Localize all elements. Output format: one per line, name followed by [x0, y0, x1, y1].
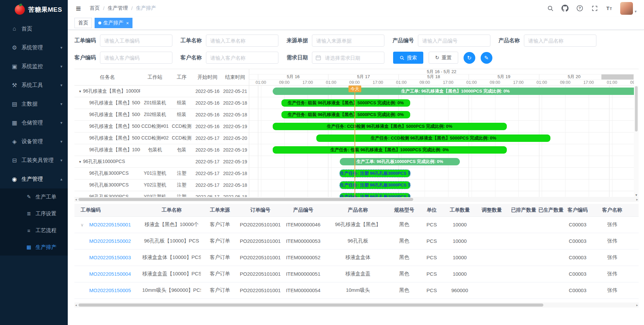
task-bar[interactable]: 生产任务: 包装 96孔移液盒【黑色】10000PCS 完成比例: 0% [273, 146, 507, 154]
hamburger-icon[interactable]: ≡ [76, 4, 81, 13]
user-menu[interactable]: ▾ [620, 2, 637, 15]
order-code-link[interactable]: MO202205150002 [89, 238, 131, 244]
row-expand-icon[interactable]: ∨ [80, 222, 89, 227]
gantt-days-row: 5月 165月 175月 185月 195月 20 [249, 74, 634, 80]
order-cell: 张伟 [590, 266, 634, 282]
sidebar-item-fixture[interactable]: ⊟工装夹具管理▾ [0, 151, 68, 170]
gantt-task-row[interactable]: ▾96孔移液盒【黑色】10000PCS2022-05-162022-05-21 [74, 86, 249, 97]
task-bar[interactable]: 生产任务: 组装 96孔移液盒【黑色】5000PCS 完成比例: 0% [281, 111, 410, 118]
order-cell: 202 [634, 249, 639, 266]
reset-button-label: 重置 [442, 55, 452, 61]
demand-date-input[interactable] [312, 52, 384, 64]
task-name-cell: 96孔移液盒【黑色】5000PCS [74, 135, 140, 141]
task-cell: 2022-05-16 [194, 124, 221, 129]
order-code-link[interactable]: MO202205150005 [89, 287, 131, 293]
gantt-task-row[interactable]: 96孔孔板3000PCSY03注塑机注塑2022-05-172022-05-18 [74, 191, 249, 197]
gantt-task-row[interactable]: 96孔移液盒【黑色】10000PCS包装机包装2022-05-162022-05… [74, 144, 249, 156]
orders-table-row: MO20220515000510mm吸头【960000】PCS客户订单PO202… [74, 282, 639, 299]
breadcrumb-item[interactable]: 生产管理 [108, 5, 128, 11]
sidebar-item-warehouse[interactable]: ▦仓储管理▾ [0, 113, 68, 132]
gantt-task-row[interactable]: 96孔孔板3000PCSY02注塑机注塑2022-05-172022-05-18 [74, 179, 249, 191]
workorder-bar[interactable]: 生产工单: 96孔移液盒【黑色】10000PCS 完成比例: 0% [273, 88, 634, 95]
task-bar[interactable]: 生产任务: 注塑 96孔孔板3000PCS 完成比例: 0% [340, 181, 410, 189]
gantt-task-row[interactable]: 96孔移液盒【黑色】5000PCSZ02组装机组装2022-05-162022-… [74, 109, 249, 121]
customer-name-input[interactable] [206, 52, 278, 64]
refresh-circle-button[interactable]: ↻ [464, 52, 475, 64]
expand-triangle-icon[interactable]: ▾ [79, 160, 81, 164]
question-icon[interactable]: ? [576, 4, 584, 12]
table-horizontal-scrollbar[interactable]: ◂ ▸ [74, 303, 639, 308]
font-size-icon[interactable]: TT [605, 4, 613, 12]
submenu-item-label: 工艺流程 [36, 227, 62, 234]
order-code-link[interactable]: MO202205150004 [89, 271, 131, 277]
sidebar-item-production[interactable]: ◉生产管理▴ [0, 170, 68, 188]
sidebar-item-home[interactable]: ⌂首页 [0, 19, 68, 38]
customer-code-input[interactable] [100, 52, 172, 64]
app-logo[interactable]: 苦糖果MES [0, 0, 68, 19]
sidebar-subitem-scheduling[interactable]: ▦生产排产 [0, 239, 68, 256]
filter-label: 工单名称 [180, 37, 202, 44]
gantt-hour-label: 17:00 [511, 80, 526, 85]
sidebar-item-system-monitor[interactable]: ▣系统监控▾ [0, 57, 68, 76]
order-code-link[interactable]: MO202205150003 [89, 255, 131, 260]
table-scroll-thumb[interactable] [78, 304, 543, 307]
source-doc-input[interactable] [312, 35, 384, 47]
date-picker [312, 52, 384, 64]
gantt-task-row[interactable]: 96孔移液盒【黑色】5000PCSCCD检测#02CCD检测2022-05-17… [74, 132, 249, 144]
sidebar-item-system-admin[interactable]: ⚙系统管理▾ [0, 38, 68, 57]
scroll-left-arrow-icon[interactable]: ◂ [75, 198, 77, 201]
order-code-cell: MO202205150004 [74, 266, 142, 282]
task-bar[interactable]: 生产任务: CCD检测 96孔移液盒【黑色】5000PCS 完成比例: 0% [316, 134, 550, 142]
sidebar-subitem-workorder[interactable]: ✎生产工单 [0, 188, 68, 205]
scroll-right-arrow-icon[interactable]: ▸ [636, 303, 638, 307]
task-name-text: 96孔移液盒【黑色】5000PCS [89, 135, 140, 141]
gantt-timeline-pane: 5月 16 - 5月 22 5月 165月 175月 185月 195月 20 … [249, 69, 634, 197]
scroll-left-arrow-icon[interactable]: ◂ [75, 303, 77, 307]
gantt-vertical-scrollbar[interactable]: ▾ [634, 86, 639, 197]
svg-text:T: T [606, 5, 609, 11]
task-cell: 2022-05-20 [221, 136, 249, 141]
sidebar-subitem-process-setting[interactable]: ≣工序设置 [0, 205, 68, 222]
breadcrumb-item[interactable]: 首页 [90, 5, 100, 11]
task-bar[interactable]: 生产任务: CCD检测 96孔移液盒【黑色】5000PCS 完成比例: 0% [273, 123, 507, 130]
github-icon[interactable] [561, 4, 569, 12]
product-code-input[interactable] [418, 35, 490, 47]
search-icon[interactable] [546, 4, 554, 12]
workorder-name-input[interactable] [206, 35, 278, 47]
gantt-task-row[interactable]: 96孔移液盒【黑色】5000PCSCCD检测#01CCD检测2022-05-16… [74, 121, 249, 132]
sidebar-subitem-process-flow[interactable]: ≡工艺流程 [0, 222, 68, 239]
task-cell: Y02注塑机 [140, 182, 170, 188]
filter-row-1: 工单编码工单名称来源单据产品编号产品名称 [74, 35, 644, 47]
sidebar-item-equipment[interactable]: ◈设备管理▾ [0, 132, 68, 151]
gantt-task-row[interactable]: 96孔孔板3000PCSY01注塑机注塑2022-05-172022-05-18 [74, 168, 249, 179]
product-name-input[interactable] [524, 35, 596, 47]
order-cell: 10000 [446, 249, 473, 266]
gantt-task-row[interactable]: 96孔移液盒【黑色】5000PCSZ01组装机组装2022-05-162022-… [74, 97, 249, 109]
orders-column-header: 规格型号 [391, 204, 417, 216]
order-code-link[interactable]: MO202205150001 [89, 222, 131, 227]
task-bar[interactable]: 生产任务: 注塑 96孔孔板3000PCS 完成比例: 0% [340, 193, 410, 197]
sidebar-item-system-tools[interactable]: ⚒系统工具▾ [0, 76, 68, 95]
reset-button[interactable]: ↻重置 [429, 52, 458, 64]
order-cell [510, 249, 537, 266]
tab-scheduling[interactable]: 生产排产× [95, 18, 132, 28]
filter-field-workorder-code: 工单编码 [74, 35, 172, 47]
gantt-scroll-thumb[interactable] [78, 198, 413, 201]
task-cell: Y01注塑机 [140, 170, 170, 176]
sidebar-item-master-data[interactable]: ▤主数据▾ [0, 95, 68, 113]
expand-triangle-icon[interactable]: ▾ [79, 89, 81, 94]
fullscreen-icon[interactable] [591, 4, 599, 12]
vertical-scroll-thumb[interactable] [635, 86, 638, 131]
workorder-bar[interactable]: 生产工单: 96孔孔板10000PCS 完成比例: 0% [340, 158, 460, 165]
edit-circle-button[interactable]: ✎ [481, 52, 492, 64]
task-bar[interactable]: 生产任务: 注塑 96孔孔板3000PCS 完成比例: 0% [340, 170, 410, 177]
tab-close-icon[interactable]: × [126, 20, 129, 26]
gantt-horizontal-scrollbar[interactable]: ◂ ▸ [74, 197, 639, 202]
scroll-right-arrow-icon[interactable]: ▸ [636, 198, 638, 201]
workorder-code-input[interactable] [100, 35, 172, 47]
tab-home[interactable]: 首页 [74, 18, 92, 28]
task-bar[interactable]: 生产任务: 组装 96孔移液盒【黑色】5000PCS 完成比例: 0% [281, 99, 410, 107]
search-button[interactable]: 搜索 [393, 52, 423, 64]
gantt-task-row[interactable]: ▾96孔孔板10000PCS2022-05-172022-05-19 [74, 156, 249, 168]
task-name-text: 96孔移液盒【黑色】5000PCS [89, 100, 140, 106]
